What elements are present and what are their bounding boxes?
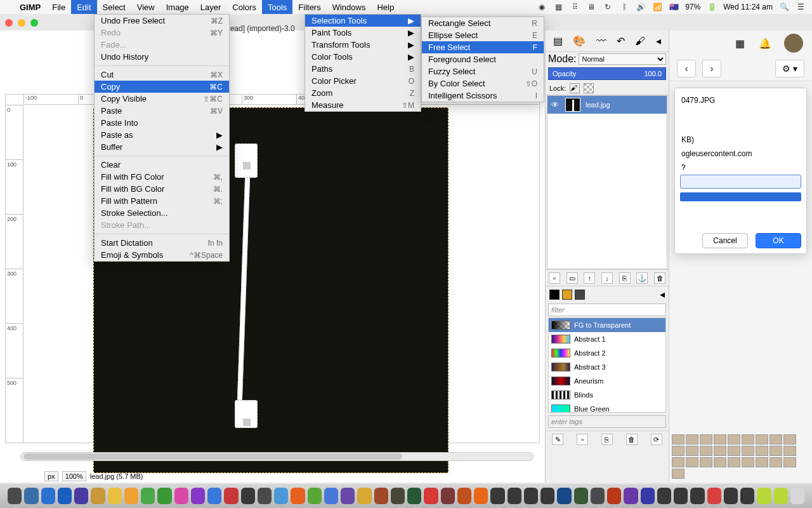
delete-layer-button[interactable]: 🗑 xyxy=(654,272,665,284)
bluetooth-icon[interactable]: ᛒ xyxy=(619,3,629,11)
flag-icon[interactable]: 🇦🇺 xyxy=(669,3,679,11)
lock-pixels-toggle[interactable]: 🖌 xyxy=(570,83,580,93)
photo-thumbnail[interactable] xyxy=(700,446,712,456)
menubar-app[interactable]: GIMP xyxy=(14,0,46,14)
menu-item[interactable]: Paste⌘V xyxy=(95,105,229,117)
dock-app[interactable] xyxy=(108,488,122,504)
new-layer-button[interactable]: ▫ xyxy=(549,272,560,284)
dock-app[interactable] xyxy=(707,488,721,504)
photo-thumbnail[interactable] xyxy=(728,434,740,444)
photo-thumbnail[interactable] xyxy=(742,457,754,467)
dock-app[interactable] xyxy=(457,488,471,504)
photo-thumbnail[interactable] xyxy=(672,469,684,479)
display-icon[interactable]: 🖥 xyxy=(586,3,596,11)
dock-app[interactable] xyxy=(241,488,255,504)
menu-item[interactable]: Buffer▶ xyxy=(95,141,229,153)
dock-app[interactable] xyxy=(124,488,138,504)
notification-center-icon[interactable]: ☰ xyxy=(796,3,806,11)
dock-app[interactable] xyxy=(674,488,688,504)
dialog-app-select[interactable] xyxy=(680,175,801,189)
dock-app[interactable] xyxy=(341,488,355,504)
dock-app[interactable] xyxy=(24,488,38,504)
gradient-row[interactable]: FG to Transparent xyxy=(549,318,665,332)
dock-app[interactable] xyxy=(58,488,72,504)
photo-thumbnail[interactable] xyxy=(672,434,684,444)
photo-thumbnail[interactable] xyxy=(672,457,684,467)
dock-app[interactable] xyxy=(357,488,371,504)
photo-thumbnail[interactable] xyxy=(783,434,796,444)
menubar-help[interactable]: Help xyxy=(371,0,400,14)
nav-forward-button[interactable]: › xyxy=(702,60,721,77)
unit-selector[interactable]: px xyxy=(44,471,58,481)
menu-item[interactable]: Measure⇧M xyxy=(305,99,421,111)
gradient-tags-input[interactable]: enter tags xyxy=(548,415,666,428)
delete-gradient-button[interactable]: 🗑 xyxy=(626,434,638,445)
scrollbar-thumb[interactable] xyxy=(23,453,402,460)
dock-app[interactable] xyxy=(291,488,304,504)
bg-color-swatch[interactable] xyxy=(562,290,572,300)
layer-visibility-icon[interactable]: 👁 xyxy=(551,100,560,109)
menu-item[interactable]: Paste as▶ xyxy=(95,129,229,141)
refresh-gradient-button[interactable]: ⟳ xyxy=(651,434,662,445)
opacity-slider[interactable]: Opacity 100.0 xyxy=(548,67,666,80)
menu-item[interactable]: Rectangle SelectR xyxy=(422,17,544,29)
menu-item[interactable]: Foreground Select xyxy=(422,53,544,65)
raise-layer-button[interactable]: ↑ xyxy=(584,272,595,284)
photo-thumbnail[interactable] xyxy=(728,457,740,467)
photo-thumbnail[interactable] xyxy=(714,434,726,444)
photo-thumbnail[interactable] xyxy=(714,446,726,456)
notifications-icon[interactable]: 🔔 xyxy=(759,37,771,50)
menu-item[interactable]: Fill with BG Color⌘. xyxy=(95,183,229,195)
brush-tab-icon[interactable]: 🖌 xyxy=(635,36,645,47)
menu-item[interactable]: Copy Visible⇧⌘C xyxy=(95,93,229,105)
undo-tab-icon[interactable]: ↶ xyxy=(617,35,625,47)
menu-item[interactable]: Fade... xyxy=(95,39,229,51)
menu-item[interactable]: Transform Tools▶ xyxy=(305,39,421,51)
dock-menu-icon[interactable]: ◂ xyxy=(656,35,661,47)
dock-app[interactable] xyxy=(274,488,288,504)
dock-app[interactable] xyxy=(557,488,571,504)
menu-item[interactable]: Undo History xyxy=(95,51,229,63)
photo-thumbnail[interactable] xyxy=(769,446,782,456)
menubar-filters[interactable]: Filters xyxy=(292,0,326,14)
settings-gear-icon[interactable]: ⚙ ▾ xyxy=(775,60,804,77)
dock-app[interactable] xyxy=(474,488,488,504)
dock-app[interactable] xyxy=(324,488,338,504)
layers-tab-icon[interactable]: ▤ xyxy=(553,35,563,47)
status-icon[interactable]: ▦ xyxy=(553,3,563,11)
user-avatar[interactable] xyxy=(784,34,803,53)
dock-app[interactable] xyxy=(258,488,272,504)
menu-item[interactable]: Stroke Selection... xyxy=(95,207,229,219)
dock-app[interactable] xyxy=(774,488,788,504)
dock-app[interactable] xyxy=(224,488,238,504)
swatch[interactable] xyxy=(575,290,585,300)
menu-item[interactable]: Selection Tools▶ xyxy=(305,15,421,27)
lower-layer-button[interactable]: ↓ xyxy=(601,272,613,284)
menubar-view[interactable]: View xyxy=(131,0,160,14)
menu-item[interactable]: By Color Select⇧O xyxy=(422,77,544,90)
photo-thumbnail[interactable] xyxy=(700,434,712,444)
gradient-row[interactable]: Aneurism xyxy=(549,374,665,388)
volume-icon[interactable]: 🔊 xyxy=(636,3,646,11)
dock-app[interactable] xyxy=(74,488,88,504)
clock[interactable]: Wed 11:24 am xyxy=(723,3,773,11)
photo-thumbnail[interactable] xyxy=(783,446,796,456)
gradient-row[interactable]: Blue Green xyxy=(549,402,665,413)
dock-app[interactable] xyxy=(407,488,421,504)
dock-app[interactable] xyxy=(641,488,655,504)
dock-app[interactable] xyxy=(191,488,205,504)
battery-icon[interactable]: 🔋 xyxy=(707,3,717,11)
photo-thumbnail[interactable] xyxy=(783,457,796,467)
photo-thumbnail[interactable] xyxy=(742,434,754,444)
dock-app[interactable] xyxy=(524,488,538,504)
photo-thumbnail[interactable] xyxy=(672,446,684,456)
dock-app[interactable] xyxy=(374,488,388,504)
timemachine-icon[interactable]: ↻ xyxy=(603,3,613,11)
dock-app[interactable] xyxy=(790,488,804,504)
channels-tab-icon[interactable]: 🎨 xyxy=(573,35,586,47)
dock-app[interactable] xyxy=(724,488,738,504)
paths-tab-icon[interactable]: 〰 xyxy=(596,36,606,47)
dock-app[interactable] xyxy=(574,488,588,504)
menubar-layer[interactable]: Layer xyxy=(195,0,227,14)
menu-item[interactable]: Start Dictationfn fn xyxy=(95,237,229,249)
